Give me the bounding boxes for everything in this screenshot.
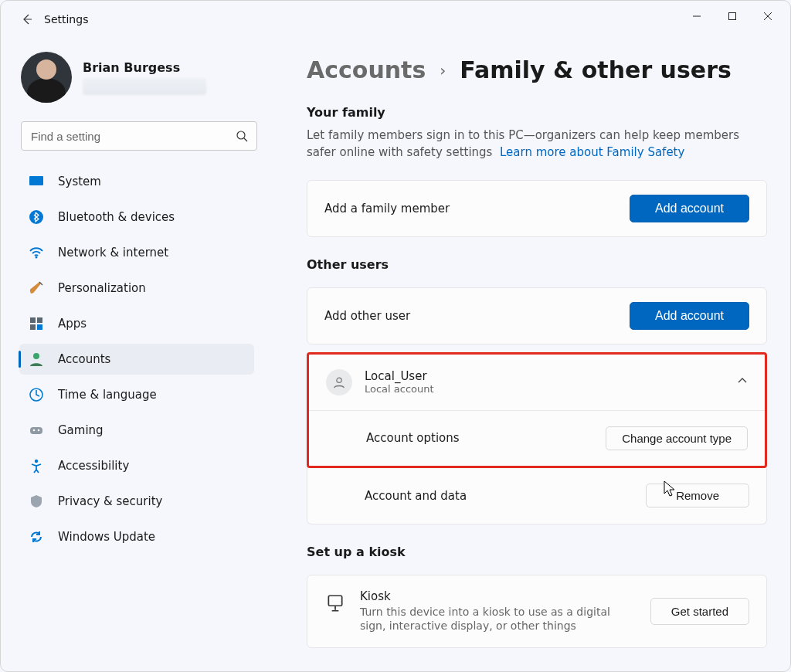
other-user-subtitle: Local account bbox=[365, 383, 434, 395]
svg-point-4 bbox=[36, 256, 38, 259]
sidebar-nav: System Bluetooth & devices Network & int… bbox=[18, 165, 260, 554]
kiosk-get-started-button[interactable]: Get started bbox=[650, 598, 749, 625]
svg-rect-2 bbox=[29, 176, 43, 185]
sidebar-item-label: Bluetooth & devices bbox=[58, 210, 175, 224]
sidebar-item-label: System bbox=[58, 175, 101, 188]
svg-rect-5 bbox=[30, 317, 36, 323]
search-icon bbox=[236, 130, 248, 142]
add-family-account-button[interactable]: Add account bbox=[630, 195, 749, 222]
profile-header[interactable]: Brian Burgess bbox=[18, 46, 260, 117]
close-icon bbox=[763, 12, 772, 21]
svg-point-13 bbox=[38, 429, 40, 432]
paintbrush-icon bbox=[29, 280, 44, 296]
sidebar-item-network[interactable]: Network & internet bbox=[19, 237, 254, 268]
add-other-user-label: Add other user bbox=[324, 309, 410, 323]
other-users-heading: Other users bbox=[307, 257, 767, 272]
sidebar-item-label: Apps bbox=[58, 317, 87, 331]
add-family-label: Add a family member bbox=[324, 202, 450, 216]
profile-name: Brian Burgess bbox=[83, 60, 206, 75]
other-user-name: Local_User bbox=[365, 369, 434, 383]
svg-point-9 bbox=[33, 353, 39, 359]
sidebar-item-gaming[interactable]: Gaming bbox=[19, 415, 254, 446]
svg-point-14 bbox=[35, 460, 38, 463]
account-options-label: Account options bbox=[366, 431, 460, 445]
sidebar-item-label: Time & language bbox=[58, 388, 157, 402]
apps-icon bbox=[29, 316, 44, 331]
sidebar-item-accessibility[interactable]: Accessibility bbox=[19, 450, 254, 481]
sidebar-item-label: Accessibility bbox=[58, 459, 129, 473]
sidebar-item-windows-update[interactable]: Windows Update bbox=[19, 521, 254, 552]
arrow-left-icon bbox=[21, 13, 33, 25]
minimize-button[interactable] bbox=[679, 1, 715, 32]
svg-rect-16 bbox=[328, 596, 341, 606]
sync-icon bbox=[29, 529, 44, 545]
chevron-right-icon: › bbox=[440, 61, 446, 80]
kiosk-description: Turn this device into a kiosk to use as … bbox=[360, 605, 630, 634]
kiosk-heading: Set up a kiosk bbox=[307, 545, 767, 559]
svg-rect-11 bbox=[30, 427, 42, 434]
kiosk-icon bbox=[324, 592, 346, 614]
back-button[interactable] bbox=[15, 7, 39, 32]
other-user-header-row[interactable]: Local_User Local account bbox=[309, 355, 765, 410]
main-content: Accounts › Family & other users Your fam… bbox=[263, 38, 790, 671]
close-button[interactable] bbox=[750, 1, 786, 32]
svg-rect-8 bbox=[37, 324, 42, 330]
highlighted-user-section: Local_User Local account Account options… bbox=[307, 352, 767, 468]
add-other-user-button[interactable]: Add account bbox=[630, 302, 749, 330]
kiosk-title: Kiosk bbox=[360, 589, 630, 603]
add-family-card: Add a family member Add account bbox=[307, 180, 767, 237]
family-learn-more-link[interactable]: Learn more about Family Safety bbox=[500, 145, 684, 159]
breadcrumb-parent[interactable]: Accounts bbox=[307, 56, 426, 83]
svg-rect-7 bbox=[30, 324, 36, 330]
maximize-button[interactable] bbox=[715, 1, 750, 32]
maximize-icon bbox=[728, 12, 737, 21]
family-description: Let family members sign in to this PC—or… bbox=[307, 127, 767, 161]
avatar bbox=[21, 52, 72, 103]
other-user-card: Local_User Local account Account options… bbox=[309, 355, 765, 466]
globe-clock-icon bbox=[29, 387, 44, 402]
profile-email-blurred bbox=[83, 78, 206, 95]
svg-rect-0 bbox=[729, 13, 736, 20]
account-data-label: Account and data bbox=[365, 489, 467, 503]
window-title: Settings bbox=[44, 13, 88, 25]
page-title: Family & other users bbox=[460, 56, 732, 83]
svg-rect-6 bbox=[37, 317, 42, 323]
remove-user-button[interactable]: Remove bbox=[646, 484, 749, 507]
change-account-type-button[interactable]: Change account type bbox=[606, 426, 748, 450]
svg-point-1 bbox=[237, 131, 245, 139]
shield-icon bbox=[29, 494, 44, 509]
sidebar-item-label: Privacy & security bbox=[58, 494, 162, 508]
sidebar-item-personalization[interactable]: Personalization bbox=[19, 273, 254, 304]
family-heading: Your family bbox=[307, 105, 767, 120]
search-container bbox=[21, 121, 257, 151]
gamepad-icon bbox=[29, 423, 44, 438]
svg-point-15 bbox=[337, 378, 341, 382]
sidebar-item-privacy[interactable]: Privacy & security bbox=[19, 486, 254, 517]
sidebar: Brian Burgess System Bluetooth & devices bbox=[1, 38, 263, 671]
sidebar-item-time-language[interactable]: Time & language bbox=[19, 379, 254, 410]
wifi-icon bbox=[29, 245, 44, 260]
accessibility-icon bbox=[29, 458, 44, 473]
sidebar-item-bluetooth[interactable]: Bluetooth & devices bbox=[19, 202, 254, 232]
account-data-card: Account and data Remove bbox=[307, 468, 767, 524]
breadcrumb: Accounts › Family & other users bbox=[307, 56, 767, 83]
sidebar-item-label: Network & internet bbox=[58, 246, 168, 260]
sidebar-item-accounts[interactable]: Accounts bbox=[19, 344, 254, 375]
sidebar-item-label: Personalization bbox=[58, 281, 146, 295]
sidebar-item-system[interactable]: System bbox=[19, 166, 254, 197]
svg-point-12 bbox=[33, 429, 36, 432]
chevron-up-icon bbox=[737, 375, 748, 389]
sidebar-item-label: Accounts bbox=[58, 352, 110, 366]
sidebar-item-apps[interactable]: Apps bbox=[19, 308, 254, 339]
window-controls bbox=[679, 1, 786, 32]
bluetooth-icon bbox=[29, 209, 44, 225]
person-icon bbox=[29, 351, 44, 367]
account-data-row: Account and data Remove bbox=[307, 468, 766, 524]
search-input[interactable] bbox=[21, 121, 257, 151]
titlebar: Settings bbox=[1, 1, 790, 38]
add-other-user-card: Add other user Add account bbox=[307, 287, 767, 344]
person-icon bbox=[326, 369, 352, 395]
sidebar-item-label: Windows Update bbox=[58, 530, 155, 544]
display-icon bbox=[29, 174, 44, 189]
kiosk-card: Kiosk Turn this device into a kiosk to u… bbox=[307, 575, 767, 649]
